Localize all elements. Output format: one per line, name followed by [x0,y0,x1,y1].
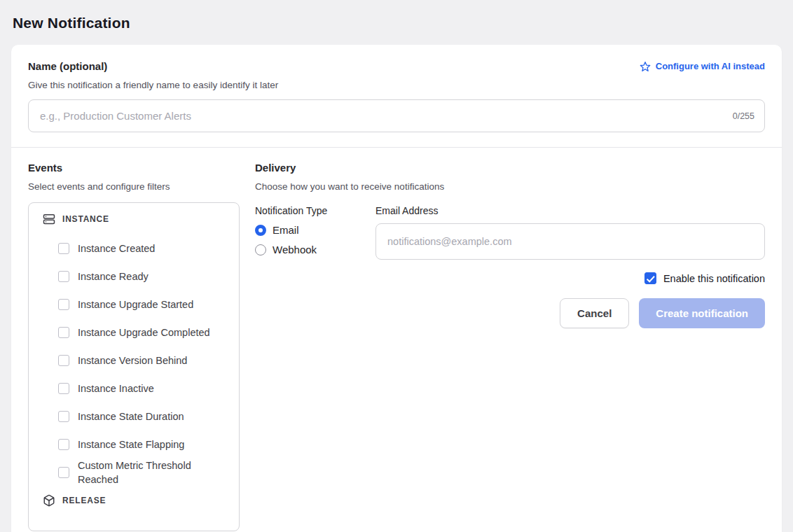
email-address-label: Email Address [375,205,765,216]
server-icon [43,213,55,225]
event-label: Instance Inactive [78,382,154,396]
event-group-label: INSTANCE [62,214,109,224]
event-label: Instance Upgrade Started [78,298,193,312]
event-label: Instance Ready [78,270,149,284]
delivery-subtitle: Choose how you want to receive notificat… [255,181,765,192]
enable-notification-label: Enable this notification [663,273,765,284]
enable-notification-row[interactable]: Enable this notification [255,272,765,284]
create-notification-button[interactable]: Create notification [639,298,765,328]
notification-type-label: Notification Type [255,205,375,216]
event-group-label: RELEASE [62,496,106,505]
delivery-heading: Delivery [255,162,765,174]
name-section-heading: Name (optional) [28,60,107,72]
events-heading: Events [28,162,240,174]
package-icon [43,494,55,507]
events-column: Events Select events and configure filte… [28,162,240,531]
enable-notification-checkbox[interactable] [644,272,656,284]
event-group-header-instance: INSTANCE [29,209,239,229]
event-row-instance-state-duration[interactable]: Instance State Duration [29,402,239,430]
event-label: Instance Version Behind [78,354,187,368]
email-address-input[interactable] [375,223,765,260]
event-row-custom-metric-threshold[interactable]: Custom Metric Threshold Reached [29,458,239,486]
radio-option-email[interactable]: Email [255,224,375,236]
event-checkbox[interactable] [58,271,69,282]
section-divider [11,147,782,148]
radio-option-webhook[interactable]: Webhook [255,244,375,255]
event-checkbox[interactable] [58,467,69,478]
name-section-subtitle: Give this notification a friendly name t… [28,80,765,90]
event-label: Instance Upgrade Completed [78,326,210,340]
event-row-instance-version-behind[interactable]: Instance Version Behind [29,346,239,374]
event-row-instance-ready[interactable]: Instance Ready [29,262,239,290]
page: New Notification Name (optional) Configu… [0,0,793,532]
sparkle-star-icon [640,61,651,72]
events-panel[interactable]: INSTANCE Instance Created Instance Ready [28,202,240,531]
event-row-instance-upgrade-started[interactable]: Instance Upgrade Started [29,290,239,318]
form-actions: Cancel Create notification [255,298,765,328]
event-row-instance-upgrade-completed[interactable]: Instance Upgrade Completed [29,318,239,346]
event-label: Instance Created [78,241,155,255]
email-radio[interactable] [255,225,266,236]
radio-label: Email [273,224,299,236]
email-address-block: Email Address [375,205,765,260]
event-group-header-release: RELEASE [29,491,239,510]
char-counter: 0/255 [733,111,754,121]
cancel-button[interactable]: Cancel [560,298,629,328]
event-label: Custom Metric Threshold Reached [78,458,225,486]
radio-label: Webhook [273,244,317,255]
event-label: Instance State Duration [78,410,184,424]
event-checkbox[interactable] [58,439,69,450]
event-checkbox[interactable] [58,383,69,394]
new-notification-card: Name (optional) Configure with AI instea… [11,45,782,532]
event-checkbox[interactable] [58,299,69,310]
webhook-radio[interactable] [255,244,266,255]
event-checkbox[interactable] [58,243,69,254]
name-section: Name (optional) Configure with AI instea… [28,60,765,132]
notification-name-input[interactable] [28,99,765,132]
ai-link-label: Configure with AI instead [656,61,765,71]
notification-type-block: Notification Type Email Webhook [255,205,375,260]
event-row-instance-state-flapping[interactable]: Instance State Flapping [29,430,239,458]
event-row-instance-inactive[interactable]: Instance Inactive [29,374,239,402]
delivery-column: Delivery Choose how you want to receive … [255,162,765,531]
event-checkbox[interactable] [58,327,69,338]
configure-with-ai-link[interactable]: Configure with AI instead [640,61,765,72]
event-label: Instance State Flapping [78,438,184,451]
event-row-instance-created[interactable]: Instance Created [29,234,239,262]
event-checkbox[interactable] [58,355,69,366]
event-list-instance: Instance Created Instance Ready Instance… [29,229,239,491]
events-subtitle: Select events and configure filters [28,181,240,192]
event-checkbox[interactable] [58,411,69,422]
page-title: New Notification [11,0,782,45]
